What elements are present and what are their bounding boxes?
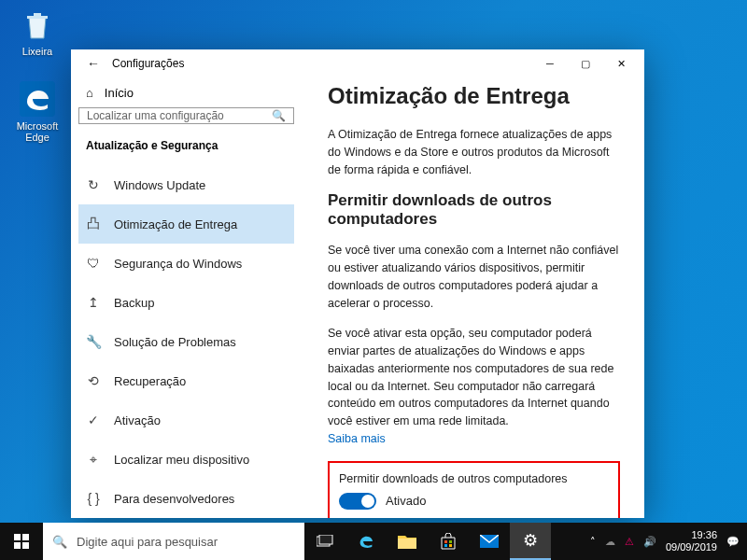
settings-window: ← Configurações ─ ▢ ✕ ⌂ Início Localizar…: [71, 49, 644, 518]
shield-icon: 🛡: [86, 256, 101, 271]
desktop-icon-recycle-bin[interactable]: Lixeira: [9, 6, 65, 57]
svg-rect-4: [22, 542, 29, 549]
toggle-label: Permitir downloads de outros computadore…: [339, 472, 609, 485]
toggle-state: Ativado: [386, 494, 426, 508]
wrench-icon: 🔧: [86, 334, 101, 349]
section-header: Atualização e Segurança: [78, 135, 294, 160]
recovery-icon: ⟲: [86, 373, 101, 388]
delivery-icon: 凸: [86, 216, 101, 232]
nav-backup[interactable]: ↥Backup: [78, 283, 294, 322]
nav-recovery[interactable]: ⟲Recuperação: [78, 361, 294, 400]
desktop-icon-label: Lixeira: [9, 46, 65, 57]
tray-volume-icon[interactable]: 🔊: [643, 536, 656, 548]
nav-delivery-optimization[interactable]: 凸Otimização de Entrega: [78, 204, 294, 244]
highlighted-group: Permitir downloads de outros computadore…: [328, 461, 620, 519]
backup-icon: ↥: [86, 295, 101, 310]
locate-icon: ⌖: [86, 452, 101, 468]
taskbar-search-placeholder: Digite aqui para pesquisar: [77, 535, 218, 549]
sync-icon: ↻: [86, 177, 101, 192]
page-title: Otimização de Entrega: [328, 83, 620, 109]
clock-time: 19:36: [666, 529, 717, 541]
tray-chevron-icon[interactable]: ˄: [590, 536, 596, 548]
svg-rect-9: [449, 540, 452, 543]
desktop-icon-edge[interactable]: Microsoft Edge: [9, 80, 65, 143]
edge-icon: [19, 80, 56, 118]
check-icon: ✓: [86, 413, 101, 427]
home-icon: ⌂: [86, 86, 93, 100]
tray-network-icon[interactable]: ⚠: [625, 536, 634, 548]
start-button[interactable]: [0, 523, 43, 560]
nav-activation[interactable]: ✓Ativação: [78, 400, 294, 440]
svg-rect-6: [319, 535, 332, 544]
taskbar-edge[interactable]: [345, 523, 387, 560]
learn-more-link[interactable]: Saiba mais: [328, 432, 386, 445]
taskbar-apps: ⚙: [304, 523, 551, 560]
svg-rect-10: [444, 544, 447, 547]
content-pane: Otimização de Entrega A Otimização de En…: [302, 77, 644, 518]
nav-windows-update[interactable]: ↻Windows Update: [78, 165, 294, 204]
home-link[interactable]: ⌂ Início: [78, 83, 294, 102]
nav-troubleshoot[interactable]: 🔧Solução de Problemas: [78, 322, 294, 361]
minimize-button[interactable]: ─: [532, 50, 568, 77]
svg-rect-2: [22, 534, 29, 540]
taskbar-clock[interactable]: 19:36 09/09/2019: [666, 529, 717, 553]
taskbar: 🔍 Digite aqui para pesquisar ⚙ ˄ ☁ ⚠ 🔊 1…: [0, 523, 747, 560]
maximize-button[interactable]: ▢: [568, 50, 603, 77]
search-icon: 🔍: [52, 535, 67, 549]
system-tray: ˄ ☁ ⚠ 🔊 19:36 09/09/2019 💬: [590, 529, 747, 553]
nav-find-device[interactable]: ⌖Localizar meu dispositivo: [78, 440, 294, 479]
gear-icon: ⚙: [523, 530, 538, 551]
taskbar-explorer[interactable]: [387, 523, 428, 560]
nav-list: ↻Windows Update 凸Otimização de Entrega 🛡…: [78, 165, 294, 518]
task-view-button[interactable]: [304, 523, 345, 560]
nav-windows-security[interactable]: 🛡Segurança do Windows: [78, 244, 294, 283]
svg-rect-1: [14, 534, 21, 540]
titlebar: ← Configurações ─ ▢ ✕: [71, 49, 644, 77]
svg-rect-7: [398, 539, 416, 549]
action-center-icon[interactable]: 💬: [726, 536, 740, 548]
desktop-icon-label: Microsoft Edge: [9, 120, 65, 143]
clock-date: 09/09/2019: [666, 541, 717, 553]
nav-developers[interactable]: { }Para desenvolvedores: [78, 479, 294, 518]
code-icon: { }: [86, 491, 101, 506]
intro-text: A Otimização de Entrega fornece atualiza…: [328, 126, 620, 178]
tray-onedrive-icon[interactable]: ☁: [605, 536, 615, 548]
home-label: Início: [105, 86, 134, 100]
svg-rect-3: [14, 542, 21, 549]
sidebar: ⌂ Início Localizar uma configuração 🔍 At…: [71, 77, 302, 518]
settings-search[interactable]: Localizar uma configuração 🔍: [78, 107, 294, 124]
svg-rect-11: [449, 544, 452, 547]
taskbar-mail[interactable]: [469, 523, 510, 560]
paragraph-1: Se você tiver uma conexão com a Internet…: [328, 242, 620, 312]
allow-downloads-toggle[interactable]: [339, 493, 376, 510]
recycle-bin-icon: [19, 6, 56, 43]
taskbar-settings[interactable]: ⚙: [510, 523, 551, 560]
window-title: Configurações: [108, 57, 532, 70]
taskbar-store[interactable]: [428, 523, 469, 560]
paragraph-2: Se você ativar esta opção, seu computado…: [328, 325, 620, 447]
back-button[interactable]: ←: [78, 56, 108, 71]
close-button[interactable]: ✕: [603, 50, 639, 77]
svg-rect-8: [444, 540, 447, 543]
section-heading: Permitir downloads de outros computadore…: [328, 191, 620, 229]
taskbar-search[interactable]: 🔍 Digite aqui para pesquisar: [43, 523, 304, 560]
search-icon: 🔍: [272, 109, 286, 122]
search-placeholder: Localizar uma configuração: [87, 109, 224, 122]
